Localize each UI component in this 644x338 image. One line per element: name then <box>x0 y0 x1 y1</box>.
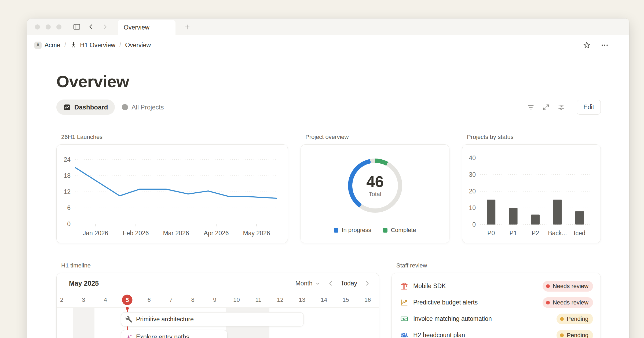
y-tick-label: 0 <box>472 221 476 228</box>
bar-chart-container: 010203040P0P1P2Back...Iced <box>462 145 601 243</box>
calendar-day[interactable]: 9 <box>213 296 216 303</box>
timeline-event-explore-entry-paths[interactable]: Explore entry paths <box>121 330 228 338</box>
view-tab-dashboard[interactable]: Dashboard <box>56 100 115 115</box>
window-close-button[interactable] <box>35 24 40 30</box>
status-badge[interactable]: Needs review <box>543 281 593 292</box>
calendar-day[interactable]: 16 <box>364 296 371 303</box>
calendar-day[interactable]: 8 <box>191 296 194 303</box>
page-content: Overview Dashboard All Projects <box>27 73 629 338</box>
calendar-day[interactable]: 3 <box>82 296 85 303</box>
legend-swatch <box>334 228 338 233</box>
filter-icon[interactable] <box>527 104 535 111</box>
calendar-day[interactable]: 15 <box>342 296 349 303</box>
favorite-star-icon[interactable] <box>583 41 591 49</box>
timeline-month-label: May 2025 <box>69 280 99 287</box>
breadcrumb-item-acme[interactable]: Acme <box>45 42 60 49</box>
staff-row[interactable]: Predictive budget alertsNeeds review <box>399 294 593 311</box>
status-badge[interactable]: Pending <box>557 314 593 324</box>
calendar-days-row: 2345678910111213141516 <box>57 292 379 307</box>
calendar-day[interactable]: 10 <box>233 296 240 303</box>
calendar-day[interactable]: 7 <box>169 296 173 303</box>
calendar-day[interactable]: 12 <box>277 296 283 303</box>
line-chart-container: 06121824Jan 2026Feb 2026Mar 2026Apr 2026… <box>57 145 288 243</box>
expand-icon[interactable] <box>542 104 550 111</box>
tab-overview[interactable]: Overview <box>118 20 175 35</box>
legend-label: In progress <box>342 227 371 234</box>
view-tab-label: All Projects <box>131 104 164 111</box>
more-options-icon[interactable] <box>601 41 609 49</box>
staff-row[interactable]: Invoice matching automationPending <box>399 311 593 327</box>
timeline-next-button[interactable] <box>364 280 371 287</box>
timeline-view-selector[interactable]: Month <box>295 280 321 287</box>
nav-back-button[interactable] <box>87 23 95 31</box>
x-tick-label: Jan 2026 <box>83 230 108 237</box>
category-label: P1 <box>510 230 517 237</box>
bar-chart: 010203040P0P1P2Back...Iced <box>462 145 601 243</box>
workspace-avatar[interactable]: A <box>34 42 42 49</box>
donut-total-value: 46 <box>366 174 384 189</box>
banknote-icon <box>399 315 409 323</box>
staff-row[interactable]: Mobile SDKNeeds review <box>399 278 593 294</box>
calendar-day[interactable]: 2 <box>60 296 63 303</box>
calendar-day[interactable]: 13 <box>299 296 305 303</box>
window-minimize-button[interactable] <box>46 24 51 30</box>
crane-icon <box>399 282 409 290</box>
category-label: P0 <box>487 230 495 237</box>
sidebar-toggle-icon[interactable] <box>73 23 81 31</box>
bar <box>575 211 584 225</box>
nav-forward-button[interactable] <box>101 23 109 31</box>
status-badge[interactable]: Needs review <box>543 297 593 308</box>
calendar-day[interactable]: 11 <box>255 296 261 303</box>
chart-title-launches: 26H1 Launches <box>61 134 288 141</box>
breadcrumb-item-overview[interactable]: Overview <box>125 42 151 49</box>
calendar-day[interactable]: 14 <box>321 296 327 303</box>
project-overview-card: 46 Total In progressComplete <box>301 144 449 243</box>
status-label: Needs review <box>553 299 588 306</box>
y-tick-label: 40 <box>469 155 476 161</box>
event-label: Explore entry paths <box>136 333 189 338</box>
status-label: Pending <box>567 315 588 322</box>
y-tick-label: 20 <box>469 188 476 195</box>
view-tab-all-projects[interactable]: All Projects <box>122 104 164 111</box>
status-bar-chart-card: 010203040P0P1P2Back...Iced <box>462 144 601 243</box>
settings-sliders-icon[interactable] <box>558 104 565 111</box>
donut-center: 46 Total <box>348 159 402 213</box>
chart-title-project-overview: Project overview <box>305 134 449 141</box>
view-actions: Edit <box>527 100 601 115</box>
view-tab-label: Dashboard <box>74 104 108 111</box>
breadcrumb-item-h1-overview[interactable]: H1 Overview <box>80 42 115 49</box>
all-projects-icon <box>122 104 128 110</box>
section-title-h1-timeline: H1 timeline <box>61 262 379 269</box>
new-tab-icon[interactable] <box>184 23 191 31</box>
timeline-event-primitive-architecture[interactable]: Primitive architecture <box>121 312 304 326</box>
staff-row[interactable]: H2 headcount planPending <box>399 327 593 338</box>
projects-by-status-section: Projects by status 010203040P0P1P2Back..… <box>462 134 601 243</box>
legend-item: Complete <box>383 227 416 234</box>
edit-button[interactable]: Edit <box>577 100 601 115</box>
timeline-today-button[interactable]: Today <box>341 280 357 287</box>
page-title: Overview <box>56 73 601 90</box>
people-icon <box>399 331 409 338</box>
breadcrumb-items: A Acme / H1 Overview / Overview <box>34 42 151 49</box>
window-nav <box>73 23 109 31</box>
y-tick-label: 12 <box>64 188 71 195</box>
chevron-down-icon <box>315 281 321 286</box>
category-label: Iced <box>574 230 585 237</box>
status-badge[interactable]: Pending <box>557 330 593 338</box>
calendar-day-selected[interactable]: 5 <box>122 295 133 305</box>
x-tick-label: Apr 2026 <box>204 230 229 237</box>
status-label: Needs review <box>553 283 588 290</box>
calendar-day[interactable]: 4 <box>104 296 107 303</box>
category-label: P2 <box>532 230 539 237</box>
tab-title: Overview <box>124 24 149 31</box>
status-dot <box>546 301 550 304</box>
timeline-prev-button[interactable] <box>327 280 334 287</box>
window-zoom-button[interactable] <box>56 24 61 30</box>
staff-item-label: Invoice matching automation <box>413 315 492 322</box>
view-tabs-row: Dashboard All Projects Edit <box>56 100 601 115</box>
y-tick-label: 30 <box>469 171 476 178</box>
calendar-day[interactable]: 6 <box>148 296 151 303</box>
trend-chart-icon <box>399 298 409 307</box>
breadcrumb-actions <box>583 41 609 49</box>
y-tick-label: 24 <box>64 156 71 163</box>
